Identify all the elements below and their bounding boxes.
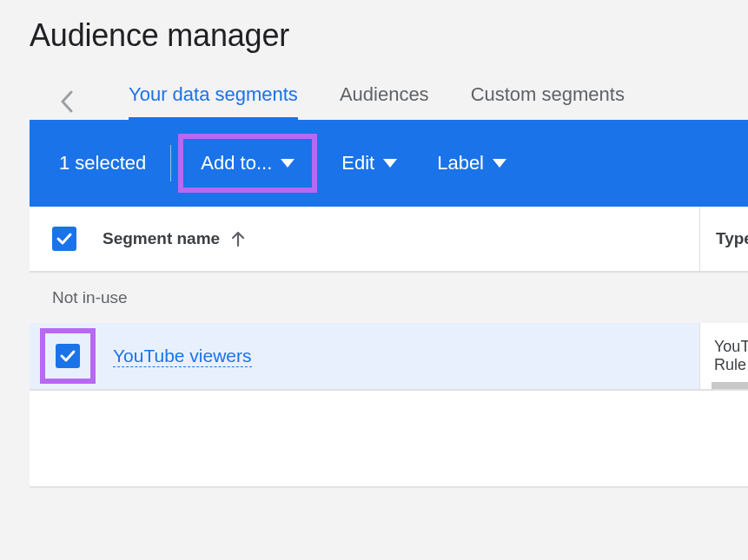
page-title: Audience manager (30, 17, 748, 54)
caret-down-icon (493, 159, 506, 168)
check-icon (59, 347, 76, 365)
group-not-in-use: Not in-use (30, 273, 748, 323)
column-type[interactable]: Type (699, 207, 748, 271)
row-type-cell: YouT Rule (699, 323, 748, 389)
column-segment-name[interactable]: Segment name (103, 229, 246, 248)
tab-bar: Your data segments Audiences Custom segm… (30, 83, 748, 120)
row-checkbox[interactable] (56, 344, 80, 368)
caret-down-icon (281, 159, 295, 168)
toolbar-divider (170, 145, 171, 181)
tab-your-data-segments[interactable]: Your data segments (129, 83, 298, 120)
selection-toolbar: 1 selected Add to... Edit Label (30, 120, 748, 207)
label-label: Label (437, 152, 484, 175)
select-all-checkbox[interactable] (52, 227, 76, 251)
tab-audiences[interactable]: Audiences (340, 83, 429, 120)
row-type-line2: Rule (714, 356, 748, 374)
table-empty-area (30, 391, 748, 486)
column-type-label: Type (716, 229, 748, 248)
table-row: YouTube viewers YouT Rule (30, 323, 748, 391)
segments-table: Segment name Type Not in-use YouTube vie… (30, 207, 748, 488)
label-button[interactable]: Label (421, 141, 522, 186)
edit-button[interactable]: Edit (326, 141, 413, 186)
caret-down-icon (383, 159, 397, 168)
scroll-indicator (712, 382, 748, 389)
row-type-line1: YouT (714, 338, 748, 356)
selected-count: 1 selected (50, 152, 155, 175)
add-to-label: Add to... (201, 152, 272, 175)
column-segment-name-label: Segment name (103, 229, 220, 248)
segment-link-youtube-viewers[interactable]: YouTube viewers (113, 346, 252, 367)
add-to-highlight: Add to... (178, 134, 317, 193)
tab-custom-segments[interactable]: Custom segments (471, 83, 625, 120)
back-button[interactable] (56, 90, 78, 113)
table-header-row: Segment name Type (30, 207, 748, 273)
add-to-button[interactable]: Add to... (185, 141, 310, 186)
chevron-left-icon (60, 90, 74, 113)
sort-arrow-up-icon (230, 230, 246, 247)
row-checkbox-highlight (40, 328, 96, 384)
edit-label: Edit (341, 152, 374, 175)
check-icon (56, 230, 73, 247)
